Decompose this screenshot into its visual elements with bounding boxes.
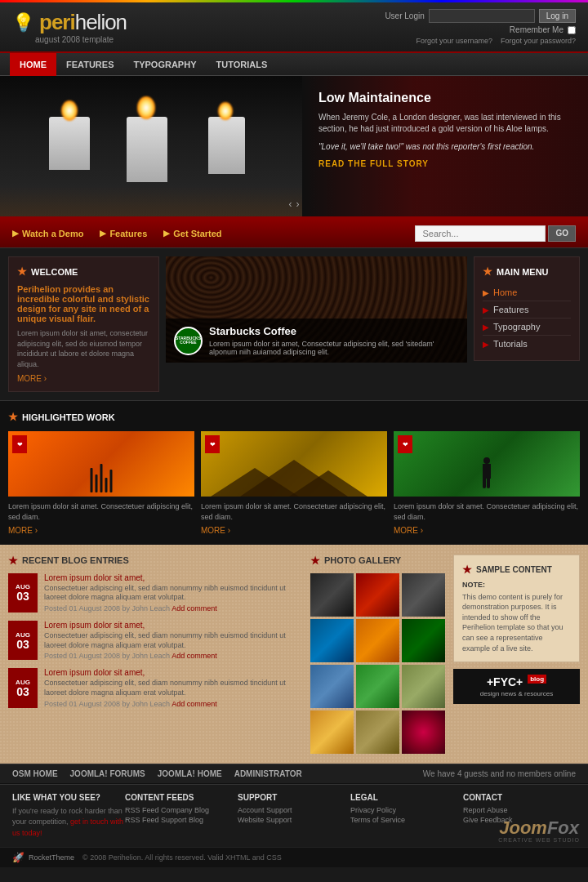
hw-more-3[interactable]: MORE › [394, 526, 580, 535]
menu-item-home[interactable]: ▶ Home [483, 284, 571, 301]
sample-content-title: ★ SAMPLE CONTENT [462, 564, 571, 576]
hero-read-more-link[interactable]: READ THE FULL STORY [318, 159, 572, 168]
hero-prev-icon[interactable]: ‹ [289, 198, 292, 210]
nav-typography[interactable]: TYPOGRAPHY [123, 53, 206, 76]
nav-home[interactable]: HOME [10, 53, 56, 76]
rocket-theme-logo: 🚀 RocketTheme [12, 852, 74, 863]
gallery-thumb-10[interactable] [310, 710, 354, 754]
gallery-thumb-11[interactable] [356, 710, 399, 754]
gallery-thumb-6[interactable] [402, 619, 445, 662]
blog-add-comment-1[interactable]: Add comment [172, 604, 217, 612]
online-status: We have 4 guests and no members online [423, 769, 576, 778]
remember-label: Remember Me [510, 25, 564, 34]
remember-checkbox[interactable] [568, 26, 576, 34]
get-started-link[interactable]: ▶ Get Started [163, 229, 221, 238]
blog-title-text: RECENT BLOG ENTRIES [22, 555, 129, 565]
footer-contact-item-1[interactable]: Report Abuse [463, 806, 576, 814]
menu-item-features[interactable]: ▶ Features [483, 301, 571, 318]
welcome-section-title: ★ WELCOME [17, 265, 150, 278]
hero-next-icon[interactable]: › [296, 198, 300, 210]
nav-tutorials[interactable]: TUTORIALS [206, 53, 277, 76]
blog-day-3: 03 [16, 686, 29, 697]
fyc-blog-badge: blog [528, 675, 546, 684]
blog-date-3: AUG 03 [8, 668, 38, 707]
hero-text-area: Low Maintainence When Jeremy Cole, a Lon… [302, 76, 588, 219]
sample-note: NOTE: [462, 581, 571, 589]
footer-support-item-1[interactable]: Account Support [238, 806, 350, 814]
nav-features[interactable]: FEATURES [56, 53, 123, 76]
login-button[interactable]: Log in [539, 9, 576, 23]
footer-feeds-item-1[interactable]: RSS Feed Company Blog [125, 806, 238, 814]
main-content: ★ WELCOME Perihelion provides an incredi… [0, 248, 588, 400]
features-arrow: ▶ [100, 229, 106, 238]
hw-more-1[interactable]: MORE › [8, 526, 194, 535]
footer-feeds-title: CONTENT FEEDS [125, 793, 238, 802]
blog-add-comment-3[interactable]: Add comment [172, 700, 217, 708]
blog-meta-text-3: Posted 01 August 2008 by John Leach [44, 700, 170, 708]
footer-nav-joomla-home[interactable]: JOOMLA! HOME [158, 769, 222, 778]
joomla-fox-watermark: JoomFox CREATIVE WEB STUDIO [498, 819, 580, 843]
sample-content-box: ★ SAMPLE CONTENT NOTE: This demo content… [453, 555, 580, 663]
gallery-thumb-2[interactable] [356, 573, 399, 617]
top-header: 💡 perihelion august 2008 template User L… [0, 2, 588, 53]
blog-date-1: AUG 03 [8, 573, 38, 612]
footer-legal-column: LEGAL Privacy Policy Terms of Service [350, 793, 463, 840]
footer-legal-item-1[interactable]: Privacy Policy [350, 806, 463, 814]
fyc-banner[interactable]: +FYC+ blog design news & resources [453, 669, 580, 704]
starbucks-info: Starbucks Coffee Lorem ipsum dolor sit a… [209, 325, 459, 356]
blog-entry-body-1: Consectetuer adipiscing elit, sed diam n… [44, 584, 302, 603]
forgot-password-link[interactable]: Forgot your password? [501, 37, 576, 45]
gallery-thumb-5[interactable] [356, 619, 399, 662]
menu-item-typography[interactable]: ▶ Typography [483, 318, 571, 336]
main-menu-title-text: MAIN MENU [497, 267, 549, 277]
logo-area: 💡 perihelion august 2008 template [12, 10, 127, 44]
gallery-thumb-3[interactable] [402, 573, 445, 617]
welcome-title-text: WELCOME [31, 267, 78, 277]
menu-item-tutorials[interactable]: ▶ Tutorials [483, 336, 571, 352]
hw-badge-1: ❤ [12, 435, 27, 453]
footer-legal-title: LEGAL [350, 793, 463, 802]
forgot-row: Forgot your username? Forgot your passwo… [416, 37, 576, 45]
features-link[interactable]: ▶ Features [100, 229, 147, 238]
footer-legal-item-2[interactable]: Terms of Service [350, 816, 463, 824]
hero-nav: ‹ › [289, 198, 300, 210]
footer-bottom: LIKE WHAT YOU SEE? If you're ready to ro… [0, 784, 588, 848]
footer-nav-admin[interactable]: ADMINISTRATOR [234, 769, 302, 778]
watch-demo-link[interactable]: ▶ Watch a Demo [12, 229, 83, 238]
features-label: Features [109, 229, 147, 238]
gallery-thumb-12[interactable] [402, 710, 445, 754]
main-menu-column: ★ MAIN MENU ▶ Home ▶ Features ▶ Typograp… [474, 256, 580, 392]
blog-add-comment-2[interactable]: Add comment [172, 652, 217, 660]
gallery-thumb-1[interactable] [310, 573, 354, 617]
menu-label-typography: Typography [493, 322, 540, 332]
gallery-thumb-8[interactable] [356, 665, 399, 708]
footer-navigation: OSM HOME JOOMLA! FORUMS JOOMLA! HOME ADM… [0, 764, 588, 784]
forgot-username-link[interactable]: Forgot your username? [416, 37, 492, 45]
gallery-thumb-4[interactable] [310, 619, 354, 662]
footer-support-item-2[interactable]: Website Support [238, 816, 350, 824]
blog-section-title: ★ RECENT BLOG ENTRIES [8, 555, 302, 567]
hw-more-2[interactable]: MORE › [201, 526, 387, 535]
footer-nav-forums[interactable]: JOOMLA! FORUMS [70, 769, 145, 778]
fyc-subtitle: design news & resources [480, 690, 553, 697]
footer-feeds-item-2[interactable]: RSS Feed Support Blog [125, 816, 238, 824]
welcome-star-icon: ★ [17, 265, 27, 278]
starbucks-logo: STARBUCKS COFFEE [174, 327, 203, 355]
search-button[interactable]: GO [548, 225, 576, 242]
starbucks-overlay: STARBUCKS COFFEE Starbucks Coffee Lorem … [166, 318, 467, 363]
login-input[interactable] [429, 9, 535, 23]
blog-entry-3: AUG 03 Lorem ipsum dolor sit amet, Conse… [8, 668, 302, 707]
menu-arrow-features: ▶ [483, 305, 489, 314]
highlighted-work-title: ★ HIGHLIGHTED WORK [8, 411, 580, 423]
blog-entry-meta-1: Posted 01 August 2008 by John Leach Add … [44, 604, 302, 612]
blog-star-icon: ★ [8, 555, 18, 567]
logo-subtitle: august 2008 template [35, 35, 127, 44]
gallery-thumb-7[interactable] [310, 665, 354, 708]
search-input[interactable] [415, 225, 546, 242]
fyc-main: +FYC+ [487, 675, 523, 688]
welcome-more-link[interactable]: MORE › [17, 374, 150, 383]
gallery-thumb-9[interactable] [402, 665, 445, 708]
footer-nav-osm[interactable]: OSM HOME [12, 769, 58, 778]
joomla-fox-text: JoomFox [499, 819, 579, 837]
blog-entry-1: AUG 03 Lorem ipsum dolor sit amet, Conse… [8, 573, 302, 612]
